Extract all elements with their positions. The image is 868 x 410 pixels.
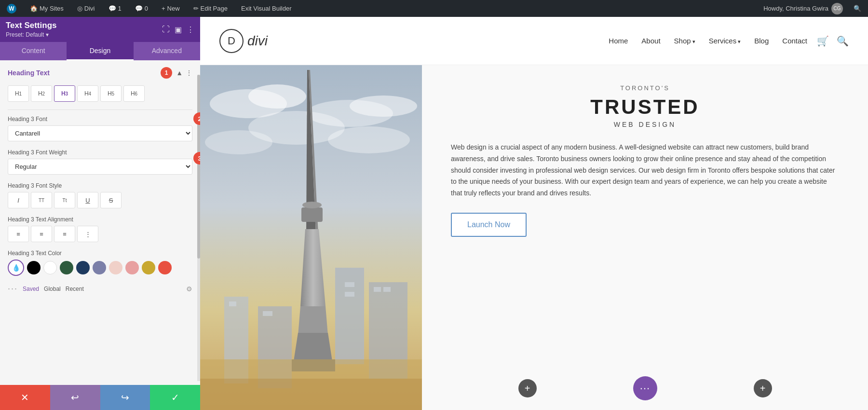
comment-icon: 💬: [108, 5, 116, 12]
color-swatch-dark-blue[interactable]: [76, 261, 90, 274]
global-btn[interactable]: Global: [44, 286, 61, 292]
my-sites-menu[interactable]: 🏠 My Sites: [27, 0, 67, 17]
section-options-btn[interactable]: ···: [633, 376, 657, 400]
align-left-btn[interactable]: ≡: [8, 226, 29, 242]
align-justify-btn[interactable]: ⋮: [77, 226, 98, 242]
all-caps-btn[interactable]: TT: [31, 192, 52, 208]
color-swatch-gold[interactable]: [142, 261, 155, 274]
cart-icon[interactable]: 🛒: [817, 35, 829, 47]
layout-icon[interactable]: ▣: [175, 25, 182, 34]
recent-btn[interactable]: Recent: [66, 286, 84, 292]
text-alignment-group: Heading 3 Text Alignment ≡ ≡ ≡ ⋮: [0, 212, 200, 246]
site-menu: Home About Shop Services Blog Contact: [609, 37, 807, 45]
exit-builder-btn[interactable]: Exit Visual Builder: [238, 0, 295, 17]
site-name[interactable]: ◎ Divi: [74, 0, 98, 17]
font-style-label: Heading 3 Font Style: [8, 182, 192, 189]
italic-btn[interactable]: I: [8, 192, 29, 208]
h4-btn[interactable]: H4: [77, 85, 98, 102]
h3-btn[interactable]: H3: [54, 85, 75, 102]
site-preview: D divi Home About Shop Services Blog Con…: [200, 17, 868, 410]
nav-services[interactable]: Services: [709, 37, 741, 45]
color-settings-btn[interactable]: ⚙: [186, 285, 192, 293]
add-section-left[interactable]: +: [518, 379, 537, 397]
title-case-btn[interactable]: Tt: [54, 192, 75, 208]
color-swatch-pink[interactable]: [125, 261, 139, 274]
replies-menu[interactable]: 💬 0: [132, 0, 151, 17]
launch-now-btn[interactable]: Launch Now: [451, 213, 527, 237]
expand-icon[interactable]: ⛶: [162, 25, 170, 34]
logo-text: divi: [247, 33, 268, 49]
content-subtitle: TORONTO'S: [451, 84, 839, 92]
bottom-bar: ✕ ↩ ↪ ✓: [0, 385, 200, 410]
nav-blog[interactable]: Blog: [754, 37, 769, 45]
add-row: + ··· +: [422, 376, 868, 400]
save-btn[interactable]: ✓: [150, 385, 200, 410]
admin-search-btn[interactable]: 🔍: [851, 2, 864, 15]
section-title: Heading Text: [8, 69, 157, 77]
align-center-btn[interactable]: ≡: [31, 226, 52, 242]
section-more-btn[interactable]: ⋮: [186, 69, 192, 77]
my-sites-label: My Sites: [40, 5, 64, 12]
svg-point-4: [350, 96, 417, 117]
nav-shop[interactable]: Shop: [674, 37, 695, 45]
saved-btn[interactable]: Saved: [23, 286, 39, 292]
eyedropper-btn[interactable]: 💧: [8, 260, 24, 276]
color-swatch-white[interactable]: [43, 261, 57, 274]
color-swatch-dark-green[interactable]: [60, 261, 73, 274]
h2-btn[interactable]: H2: [31, 85, 52, 102]
new-menu[interactable]: + New: [159, 0, 183, 17]
logo-icon: D: [219, 29, 244, 53]
panel-preset[interactable]: Preset: Default ▾: [6, 31, 56, 38]
svg-point-6: [205, 130, 272, 154]
font-select[interactable]: Cantarell: [8, 125, 192, 141]
redo-btn[interactable]: ↪: [100, 385, 150, 410]
nav-home[interactable]: Home: [609, 37, 628, 45]
h1-btn[interactable]: H1: [8, 85, 29, 102]
undo-icon: ↩: [71, 392, 79, 403]
cancel-icon: ✕: [21, 392, 29, 403]
cancel-btn[interactable]: ✕: [0, 385, 50, 410]
align-right-btn[interactable]: ≡: [54, 226, 75, 242]
font-weight-select[interactable]: Regular: [8, 159, 192, 175]
content-main-title: TRUSTED: [451, 96, 839, 119]
h6-btn[interactable]: H6: [123, 85, 145, 102]
panel-content: Heading Text 1 ▲ ⋮ H1 H2 H3 H4 H5 H6 Hea…: [0, 60, 200, 385]
edit-icon: ✏: [193, 5, 199, 12]
alignment-label: Heading 3 Text Alignment: [8, 216, 192, 223]
strikethrough-btn[interactable]: S: [100, 192, 122, 208]
wordpress-icon: W: [7, 4, 16, 14]
svg-rect-21: [374, 287, 381, 292]
tab-content[interactable]: Content: [0, 42, 67, 60]
wp-logo[interactable]: W: [4, 0, 19, 17]
nav-contact[interactable]: Contact: [782, 37, 807, 45]
color-label: Heading 3 Text Color: [8, 250, 192, 257]
svg-rect-19: [345, 292, 354, 297]
underline-btn[interactable]: U: [77, 192, 98, 208]
font-label: Heading 3 Font: [8, 116, 192, 123]
more-colors-btn[interactable]: ···: [8, 284, 18, 294]
divi-icon: ◎: [77, 5, 82, 12]
heading-levels: H1 H2 H3 H4 H5 H6: [0, 83, 200, 108]
color-swatch-medium-blue[interactable]: [93, 261, 106, 274]
user-menu[interactable]: Howdy, Christina Gwira CG: [763, 3, 843, 14]
comments-menu[interactable]: 💬 1: [106, 0, 124, 17]
svg-rect-22: [383, 287, 391, 292]
undo-btn[interactable]: ↩: [50, 385, 100, 410]
add-section-right[interactable]: +: [754, 379, 772, 397]
collapse-btn[interactable]: ▲: [176, 69, 183, 77]
reply-icon: 💬: [135, 5, 143, 12]
more-icon[interactable]: ⋮: [187, 25, 194, 34]
h5-btn[interactable]: H5: [100, 85, 122, 102]
color-swatch-red[interactable]: [158, 261, 172, 274]
edit-page-btn[interactable]: ✏ Edit Page: [190, 0, 231, 17]
redo-icon: ↪: [121, 392, 129, 403]
search-icon[interactable]: 🔍: [837, 35, 849, 47]
nav-about[interactable]: About: [641, 37, 660, 45]
tab-advanced[interactable]: Advanced: [134, 42, 200, 60]
section-badge: 1: [161, 67, 172, 79]
color-swatch-black[interactable]: [27, 261, 41, 274]
color-swatches: 💧: [8, 260, 192, 276]
tab-design[interactable]: Design: [67, 42, 133, 60]
content-sub-title: WEB DESIGN: [451, 121, 839, 128]
color-swatch-light-pink[interactable]: [109, 261, 122, 274]
